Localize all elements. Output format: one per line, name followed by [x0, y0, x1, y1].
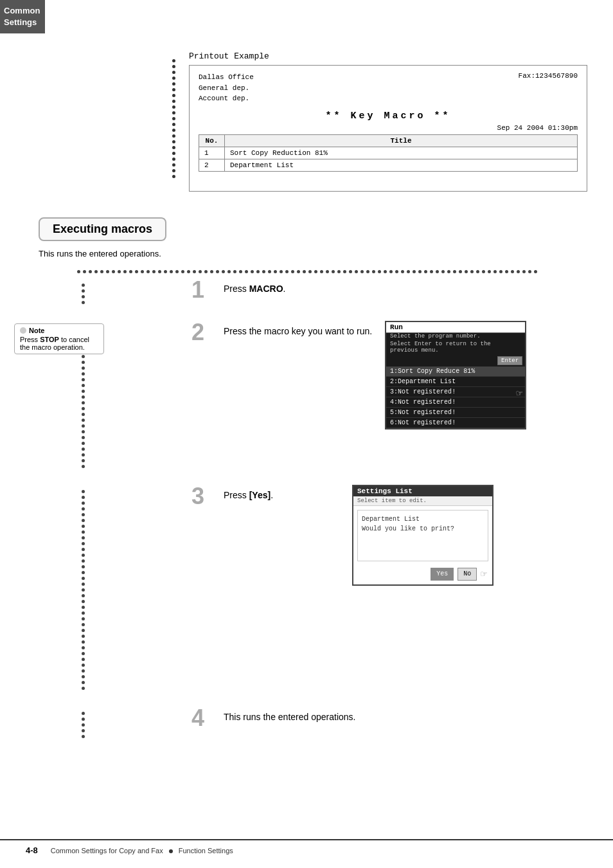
step-3-row: 3 Press [Yes]. Settings List Select item…	[77, 485, 574, 691]
step1-number: 1	[191, 278, 216, 302]
h-dot	[436, 270, 439, 273]
h-dot	[355, 270, 358, 273]
footer-bullet-icon	[169, 849, 173, 853]
printout-content: Printout Example Dallas Office General d…	[189, 51, 587, 192]
bullet-dot	[82, 355, 85, 358]
bullet-dot	[82, 588, 85, 592]
h-dot	[106, 270, 109, 273]
h-dot	[505, 270, 508, 273]
bullet-dot	[82, 735, 85, 738]
table-row: 2Department List	[199, 159, 578, 171]
bullet-dot	[172, 82, 175, 86]
step2-number: 2	[191, 321, 216, 344]
bullet-dot	[172, 123, 175, 126]
h-dot	[123, 270, 127, 273]
h-dot	[372, 270, 375, 273]
bullet-dot	[82, 301, 85, 304]
bullet-dot	[82, 658, 85, 661]
bullet-dot	[82, 617, 85, 620]
h-dot	[268, 270, 271, 273]
footer-text: Common Settings for Copy and Fax Functio…	[51, 847, 233, 854]
footer-function-text: Function Settings	[179, 847, 233, 854]
h-dot	[528, 270, 531, 273]
h-dot	[459, 270, 462, 273]
bullet-dot	[82, 718, 85, 721]
printout-header: Dallas Office General dep. Account dep. …	[199, 72, 578, 104]
bullet-dot	[172, 105, 175, 109]
h-dot	[453, 270, 456, 273]
h-dot	[418, 270, 422, 273]
settings-content-line2: Would you like to print?	[362, 525, 454, 532]
run-item-3[interactable]: 3:Not registered! ☞	[386, 387, 525, 397]
enter-button[interactable]: Enter	[497, 356, 522, 365]
bullet-dot	[172, 65, 175, 68]
settings-buttons-row: Yes No ☞	[353, 565, 492, 584]
h-dot	[337, 270, 341, 273]
h-dot	[378, 270, 381, 273]
h-dot	[407, 270, 410, 273]
bullet-dot	[82, 502, 85, 505]
bullet-dot	[82, 536, 85, 539]
run-item-5[interactable]: 5:Not registered!	[386, 408, 525, 418]
cell-no: 2	[199, 159, 225, 171]
cell-title: Department List	[225, 159, 578, 171]
h-dot	[297, 270, 300, 273]
h-dot	[83, 270, 86, 273]
run-item-1[interactable]: 1:Sort Copy Reduce 81%	[386, 366, 525, 377]
footer-main-text: Common Settings for Copy and Fax	[51, 847, 163, 854]
no-button[interactable]: No	[458, 568, 477, 581]
h-dot	[430, 270, 433, 273]
bullet-dot	[82, 378, 85, 381]
cursor-hand-icon: ☞	[481, 568, 487, 581]
settings-scroll-area: Department List Would you like to print?	[357, 510, 488, 561]
h-dot	[112, 270, 115, 273]
printout-date: Sep 24 2004 01:30pm	[199, 124, 578, 132]
h-dot	[280, 270, 283, 273]
h-dot	[285, 270, 289, 273]
bullet-dot	[82, 413, 85, 416]
printout-label: Printout Example	[189, 51, 587, 61]
col-title: Title	[225, 134, 578, 147]
h-dot	[152, 270, 155, 273]
bullet-dot	[82, 395, 85, 399]
run-item-4[interactable]: 4:Not registered!	[386, 397, 525, 408]
h-dot	[274, 270, 277, 273]
printout-box: Dallas Office General dep. Account dep. …	[189, 65, 587, 192]
bullet-dot	[82, 669, 85, 673]
enter-btn-row: Enter	[386, 355, 525, 366]
settings-screen: Settings List Select item to edit. Depar…	[352, 485, 493, 586]
note-label: Note	[20, 327, 98, 334]
h-dot	[291, 270, 294, 273]
run-item-2[interactable]: 2:Department List	[386, 377, 525, 387]
h-dot	[447, 270, 450, 273]
bullet-dot	[172, 71, 175, 74]
bullet-dot	[172, 100, 175, 103]
h-dot	[233, 270, 236, 273]
section-tab: Common Settings	[0, 0, 45, 33]
step-1-row: 1 Press MACRO.	[77, 278, 574, 305]
run-screen: Run Select the program number. Select En…	[385, 321, 526, 429]
h-dot	[488, 270, 491, 273]
h-dot	[94, 270, 98, 273]
h-dot	[164, 270, 167, 273]
bullet-dot	[82, 594, 85, 597]
h-dot	[303, 270, 306, 273]
tab-line1: Common	[4, 6, 40, 15]
bullet-dot	[172, 158, 175, 161]
section-heading: Executing macros	[39, 217, 166, 241]
h-dot	[181, 270, 184, 273]
run-item-6[interactable]: 6:Not registered!	[386, 418, 525, 428]
bullet-dot	[82, 623, 85, 626]
bullet-dot	[172, 134, 175, 138]
h-dot	[476, 270, 479, 273]
bullet-dot	[82, 664, 85, 667]
yes-button[interactable]: Yes	[431, 568, 454, 581]
step4-text: This runs the entered operations.	[224, 707, 355, 722]
h-dot	[245, 270, 248, 273]
h-dot	[511, 270, 514, 273]
bullet-dot	[82, 525, 85, 528]
bullet-dot	[172, 111, 175, 114]
bullet-dot	[82, 390, 85, 393]
printout-section: Printout Example Dallas Office General d…	[167, 51, 574, 192]
bullet-dot	[82, 712, 85, 715]
